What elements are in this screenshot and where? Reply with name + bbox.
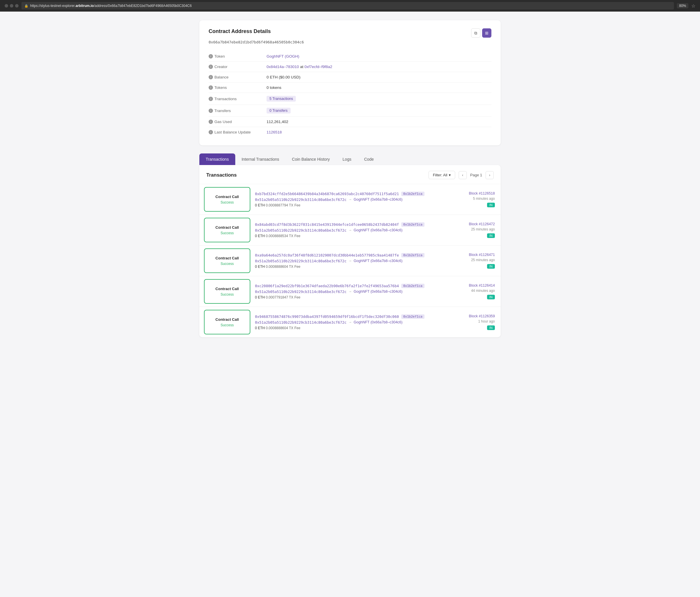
tx-status-success: Success [221,323,233,327]
tx-to-link[interactable]: GoghNFT (0x66a7b8–c304c6) [354,259,403,263]
copy-button[interactable]: ⧉ [471,28,480,37]
tx-hash-link[interactable]: 0xa9a64e6a257dc0af36f48f8d6121029007dcd3… [255,253,399,257]
tx-from-link[interactable]: 0x51a2b05a5110b22b9229cb3114c80a6be3cf67… [255,198,347,202]
gas-value: 112,261,402 [267,120,288,124]
tabs-container: Transactions Internal Transactions Coin … [199,153,501,165]
next-page-button[interactable]: › [485,171,494,179]
contract-details-card: Contract Address Details ⧉ ⊞ 0x66a7b847e… [199,20,501,145]
chevron-left-icon: ‹ [462,173,463,177]
detail-row-last-balance: i Last Balance Update 1126518 [208,127,492,137]
tx-hash-link[interactable]: 0xc20806f1a29ed22bf9b1e3674dfaeda22b90e6… [255,284,399,288]
tx-meta: Block #1126472 25 minutes ago IN [454,218,501,241]
filter-button[interactable]: Filter: All ▾ [428,171,455,179]
transfers-badge[interactable]: 0 Transfers [267,108,291,113]
chevron-down-icon: ▾ [449,173,451,177]
tx-eth-amount: 0 ETH [255,326,265,330]
tx-fee: 0.0007791847 TX Fee [266,295,300,300]
tx-arrow-icon: → [348,259,352,263]
transfers-label: i Transfers [208,109,267,113]
tx-status-block: Contract Call Success [204,279,250,304]
tx-status-title: Contract Call [216,286,239,291]
tx-status-title: Contract Call [216,317,239,322]
tab-coin-balance-history[interactable]: Coin Balance History [286,153,336,165]
tx-from-link[interactable]: 0x51a2b05a5110b22b9229cb3114c80a6be3cf67… [255,259,347,263]
token-label: i Token [208,54,267,58]
tx-hash-row: 0x84abd03cd7f8d3b3622f031c8415e43913944e… [255,222,454,227]
tx-hash-link[interactable]: 0x94687558674876c99073ddba4397fd0594659d… [255,314,399,319]
tx-time: 5 minutes ago [460,197,495,201]
zoom-badge: 80% [677,3,689,8]
card-actions: ⧉ ⊞ [471,28,492,37]
table-row: Contract Call Success 0xc20806f1a29ed22b… [199,276,501,307]
tx-hash-row: 0xa9a64e6a257dc0af36f48f8d6121029007dcd3… [255,253,454,257]
address-bar[interactable]: 🔒 https://stylus-testnet-explorer.arbitr… [21,2,674,9]
tx-hash-link[interactable]: 0xb7bd324cffd2e5b66486439b84a34b6870ca62… [255,192,399,196]
tx-hash-row: 0xc20806f1a29ed22bf9b1e3674dfaeda22b90e6… [255,284,454,288]
tx-id-badge: 0x1b2ef1ca [401,284,424,288]
prev-page-button[interactable]: ‹ [459,171,467,179]
traffic-light-yellow [10,4,13,7]
transactions-section-title: Transactions [206,172,237,178]
balance-value: 0 ETH ($0.00 USD) [267,75,300,79]
balance-info-icon: i [208,75,213,79]
tab-logs[interactable]: Logs [336,153,357,165]
star-icon[interactable]: ☆ [691,3,695,9]
tx-status-success: Success [221,231,233,235]
tx-eth-amount: 0 ETH [255,203,265,207]
tx-from-link[interactable]: 0x51a2b05a5110b22b9229cb3114c80a6be3cf67… [255,228,347,233]
tokens-info-icon: i [208,85,213,90]
tx-fee: 0.0008887794 TX Fee [266,203,300,207]
tx-fee-row: 0 ETH 0.0008887794 TX Fee [255,203,454,207]
last-balance-link[interactable]: 1126518 [267,130,282,134]
tx-fee: 0.0008888604 TX Fee [266,326,300,330]
tx-from-link[interactable]: 0x51a2b05a5110b22b9229cb3114c80a6be3cf67… [255,289,347,294]
tab-code[interactable]: Code [358,153,380,165]
detail-row-creator: i Creator 0x84d14a–783010 at 0xf7ecfd–f9… [208,62,492,72]
tx-arrow-icon: → [348,198,352,202]
balance-label: i Balance [208,75,267,79]
tx-to-link[interactable]: GoghNFT (0x66a7b8–c304c6) [354,289,403,293]
tx-transfer-row: 0x51a2b05a5110b22b9229cb3114c80a6be3cf67… [255,259,454,263]
tx-meta: Block #1126518 5 minutes ago IN [454,188,501,211]
table-row: Contract Call Success 0xa9a64e6a257dc0af… [199,245,501,276]
token-link[interactable]: GoghNFT (GOGH) [267,54,299,58]
tx-status-title: Contract Call [216,225,239,230]
creator-tx-link[interactable]: 0xf7ecfd–f9f8a2 [304,64,332,69]
token-value: GoghNFT (GOGH) [267,54,299,58]
tab-internal-transactions[interactable]: Internal Transactions [235,153,286,165]
transactions-badge[interactable]: 5 Transactions [267,96,296,102]
card-title: Contract Address Details [208,28,271,34]
tab-transactions[interactable]: Transactions [199,153,235,165]
table-row: Contract Call Success 0xb7bd324cffd2e5b6… [199,184,501,214]
tx-from-link[interactable]: 0x51a2b05a5110b22b9229cb3114c80a6be3cf67… [255,320,347,325]
filter-pagination: Filter: All ▾ ‹ Page 1 › [428,171,494,179]
tx-block-link[interactable]: Block #1126414 [460,283,495,287]
tx-time: 25 minutes ago [460,227,495,231]
tx-block-link[interactable]: Block #1126471 [460,253,495,257]
tx-block-link[interactable]: Block #1126518 [460,191,495,196]
tx-arrow-icon: → [348,228,352,232]
grid-button[interactable]: ⊞ [482,28,492,37]
tx-meta: Block #1126414 44 minutes ago IN [454,280,501,303]
tx-hash-link[interactable]: 0x84abd03cd7f8d3b3622f031c8415e43913944e… [255,222,399,227]
last-balance-label: i Last Balance Update [208,130,267,134]
tx-block-link[interactable]: Block #1126359 [460,314,495,318]
tx-status-block: Contract Call Success [204,249,250,273]
tx-status-block: Contract Call Success [204,218,250,242]
chevron-right-icon: › [489,173,490,177]
tx-id-badge: 0x1b2ef1ca [401,314,424,319]
tx-fee: 0.0008888534 TX Fee [266,234,300,238]
tx-eth-amount: 0 ETH [255,265,265,269]
gas-label: i Gas Used [208,120,267,124]
tx-id-badge: 0x1b2ef1ca [401,253,424,257]
tx-to-link[interactable]: GoghNFT (0x66a7b8–c304c6) [354,198,403,202]
tx-to-link[interactable]: GoghNFT (0x66a7b8–c304c6) [354,228,403,232]
creator-label: i Creator [208,64,267,69]
tx-details: 0xc20806f1a29ed22bf9b1e3674dfaeda22b90e6… [255,280,454,303]
tx-hash-row: 0xb7bd324cffd2e5b66486439b84a34b6870ca62… [255,192,454,196]
tx-block-link[interactable]: Block #1126472 [460,222,495,226]
transactions-value: 5 Transactions [267,96,296,102]
creator-address-link[interactable]: 0x84d14a–783010 [267,64,299,69]
tx-to-link[interactable]: GoghNFT (0x66a7b8–c304c6) [354,320,403,324]
creator-value: 0x84d14a–783010 at 0xf7ecfd–f9f8a2 [267,64,332,69]
